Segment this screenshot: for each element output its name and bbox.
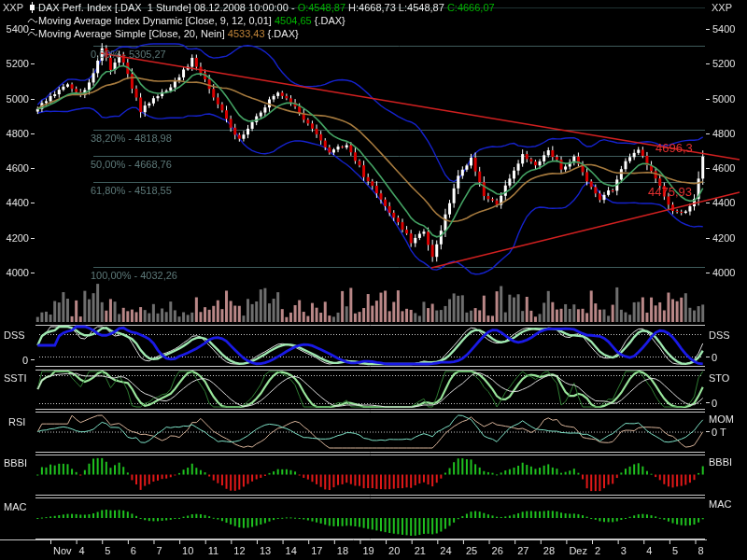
panel-label-mom-right: MOM <box>709 413 734 425</box>
panel-label-dss-left: DSS <box>4 329 25 341</box>
price-axis-label: 4800 <box>712 128 735 139</box>
date-axis-label: Dez <box>569 545 587 556</box>
date-axis-label: 14 <box>286 545 297 556</box>
price-axis-label: 4000 <box>712 267 735 278</box>
fib-level-label-61: 61,80% - 4518,55 <box>91 185 172 196</box>
date-axis-label: 6 <box>131 545 136 556</box>
date-axis-label: 4 <box>79 545 85 556</box>
price-axis-label: 5000 <box>0 93 29 105</box>
price-axis-label: 5400 <box>712 23 735 35</box>
price-axis-label: 4400 <box>0 197 29 208</box>
trendline-price-annotation-lower: 4475,93 <box>648 185 692 199</box>
candlestick-icon <box>27 2 37 13</box>
axis-corner-label-left: XXP <box>3 2 23 13</box>
fib-level-label-0: 0,00% - 5305,27 <box>91 49 166 60</box>
panel-label-sto-right: STO <box>709 372 729 384</box>
open-value: O:4548,87 <box>298 2 345 13</box>
panel-label-dss-right: DSS <box>709 329 730 341</box>
panel-tick-dss-right: 0 <box>712 352 717 363</box>
price-axis-label: 5200 <box>0 58 29 69</box>
date-axis-label: 11 <box>208 545 218 556</box>
panel-tick-mom-right: 0 T <box>712 427 726 438</box>
legend: DAX Perf. Index [.DAX 1 Stunde] 08.12.20… <box>27 1 495 40</box>
ma-simple-value: 4533,43 <box>228 28 265 39</box>
panel-label-mac-left: MAC <box>4 501 26 512</box>
date-axis-label: 19 <box>362 545 374 556</box>
ma-simple-name: Moving Average Simple [Close, 20, Nein] <box>38 28 228 39</box>
fib-level-label-100: 100,00% - 4032,26 <box>91 270 177 281</box>
fib-level-label-38: 38,20% - 4818,98 <box>91 133 172 144</box>
price-axis-label: 4600 <box>0 162 29 174</box>
date-axis-label: 28 <box>543 545 555 556</box>
date-axis-label: 13 <box>260 545 271 556</box>
price-axis-label: 4200 <box>712 232 735 244</box>
date-axis-label: 27 <box>517 545 529 556</box>
ma-dynamic-name: Moving Average Index Dynamic [Close, 9, … <box>38 15 275 26</box>
price-axis-label: 5200 <box>712 58 735 69</box>
date-axis-label: 18 <box>337 545 348 556</box>
high-low-values: H:4668,73 L:4548,87 <box>345 2 447 13</box>
panel-tick-sto-right: 0 <box>712 398 717 409</box>
fib-level-label-50: 50,00% - 4668,76 <box>91 159 172 170</box>
price-axis-label: 4400 <box>712 197 735 208</box>
date-axis-label: 12 <box>233 545 245 556</box>
date-axis-label: 3 <box>621 545 627 556</box>
price-axis-label: 4000 <box>0 267 29 278</box>
panel-label-bbbi-right: BBBI <box>709 456 732 468</box>
ma-dynamic-value: 4504,65 <box>275 15 312 26</box>
price-axis-label: 4600 <box>712 162 735 174</box>
date-axis-label: 10 <box>182 545 193 556</box>
panel-label-bbbi-left: BBBI <box>4 457 27 469</box>
price-axis-label: 4800 <box>0 128 29 139</box>
ma-dynamic-suffix: {.DAX} <box>312 15 345 26</box>
date-axis-label: 2 <box>595 545 600 556</box>
trendline-price-annotation-upper: 4696,3 <box>655 141 693 155</box>
date-axis-label: 5 <box>672 545 678 556</box>
close-value: C:4666,07 <box>447 2 495 13</box>
price-axis-label: 4200 <box>0 232 29 244</box>
legend-instrument-row[interactable]: DAX Perf. Index [.DAX 1 Stunde] 08.12.20… <box>27 1 495 14</box>
axis-corner-label-right: XXP <box>712 2 732 13</box>
date-axis-label: 4 <box>646 545 652 556</box>
price-axis-label: 5400 <box>0 23 29 35</box>
date-axis-label: 21 <box>415 545 426 556</box>
date-axis-label: 5 <box>105 545 110 556</box>
date-axis-label: 8 <box>698 545 704 556</box>
date-axis-label: 25 <box>466 545 477 556</box>
date-axis-label: 20 <box>388 545 400 556</box>
legend-ma-dynamic-row[interactable]: Moving Average Index Dynamic [Close, 9, … <box>27 14 495 27</box>
date-axis-label: 17 <box>311 545 322 556</box>
legend-ma-simple-row[interactable]: Moving Average Simple [Close, 20, Nein] … <box>27 27 495 40</box>
panel-tick-dss-left: 0 <box>22 355 28 366</box>
panel-label-ssti-left: SSTI <box>4 372 26 384</box>
panel-label-mac-right: MAC <box>709 498 731 510</box>
date-axis-label: 7 <box>156 545 162 556</box>
panel-label-rsi-left: RSI <box>8 416 25 427</box>
ma-simple-suffix: {.DAX} <box>265 28 299 39</box>
instrument-title: DAX Perf. Index [.DAX 1 Stunde] 08.12.20… <box>38 2 298 13</box>
date-axis-label: 24 <box>440 545 451 556</box>
price-axis-label: 5000 <box>712 93 735 105</box>
date-axis-label: 26 <box>492 545 503 556</box>
date-axis-label: Nov <box>53 545 72 556</box>
charting-app-window: XXP XXP DAX Perf. Index [.DAX 1 Stunde] … <box>0 0 747 560</box>
